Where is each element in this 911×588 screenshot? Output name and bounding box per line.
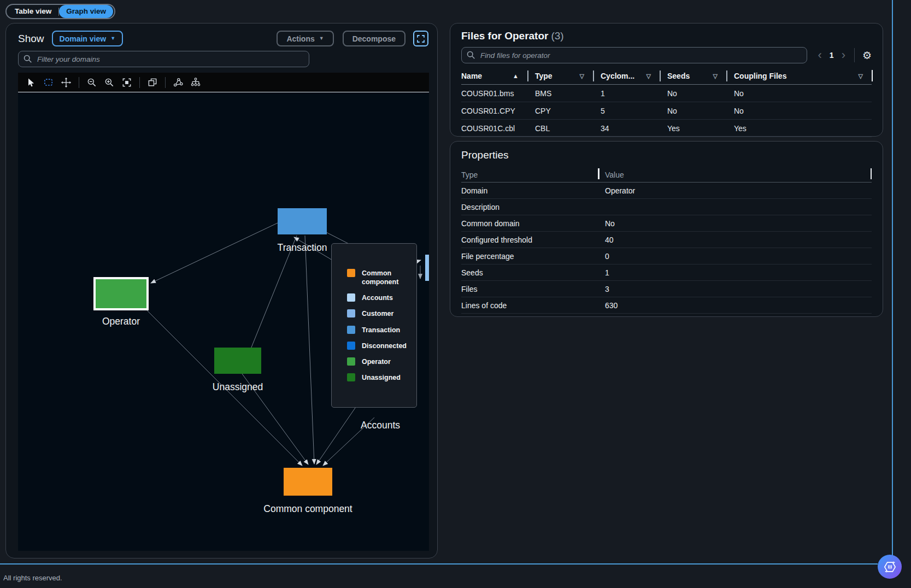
column-label: Cyclom... [601, 72, 634, 80]
file-row[interactable]: COUSR01.CPY CPY 5 No No [461, 102, 872, 120]
file-row[interactable]: COUSR01C.cbl CBL 34 Yes Yes [461, 120, 872, 137]
legend-swatch [347, 326, 355, 334]
column-resize-handle[interactable] [871, 168, 872, 179]
column-header[interactable]: Name ▲ [461, 68, 527, 84]
sort-filter-icon[interactable]: ▽ [580, 73, 584, 80]
zoom-out-icon [86, 77, 97, 88]
properties-col-value: Value [596, 170, 872, 179]
next-page-button[interactable]: › [841, 49, 847, 61]
properties-panel: Properties Type Value Domain Operator De… [450, 141, 883, 317]
assistant-chat-button[interactable] [878, 555, 902, 579]
files-table-body: COUSR01.bms BMS 1 No No COUSR01.CPY CPY … [461, 85, 872, 137]
node-common-component[interactable] [284, 468, 332, 496]
pan-tool-button[interactable] [58, 75, 74, 90]
marquee-select-icon [43, 77, 54, 88]
legend-label: Operator [362, 357, 391, 366]
files-search-input[interactable] [461, 47, 807, 63]
node-unassigned[interactable] [214, 348, 261, 374]
properties-rows: Domain Operator Description Common domai… [461, 183, 872, 314]
tree-layout-button[interactable] [188, 75, 203, 90]
search-icon [23, 54, 33, 64]
properties-col-type: Type [461, 170, 596, 179]
sort-filter-icon[interactable]: ▲ [513, 73, 519, 79]
domain-filter-input[interactable] [18, 51, 309, 67]
tab-graph-view[interactable]: Graph view [59, 5, 113, 18]
node-label-common-component: Common component [263, 503, 352, 515]
legend-label: Common component [362, 269, 412, 287]
decompose-label: Decompose [352, 34, 396, 43]
zoom-in-icon [104, 77, 115, 88]
network-layout-icon [173, 77, 184, 88]
property-key: Configured threshold [461, 236, 596, 244]
node-customer-partial[interactable] [425, 255, 429, 281]
zoom-to-fit-icon [121, 77, 132, 88]
files-table-header: Name ▲ Type ▽ Cyclom... ▽ Seeds ▽ [461, 68, 872, 85]
property-value: No [596, 219, 872, 228]
node-label-floating-0: Accounts [361, 420, 400, 431]
legend-item: Unassigned [347, 373, 416, 382]
column-header[interactable]: Cyclom... ▽ [593, 68, 660, 84]
tab-table-view[interactable]: Table view [8, 5, 58, 18]
column-header[interactable]: Type ▽ [527, 68, 593, 84]
domain-view-label: Domain view [60, 34, 107, 43]
pagination-divider [854, 48, 855, 62]
zoom-in-button[interactable] [102, 75, 117, 90]
file-row[interactable]: COUSR01.bms BMS 1 No No [461, 85, 872, 102]
pointer-tool-button[interactable] [23, 75, 39, 90]
files-panel: Files for Operator(3) ‹ 1 › ⚙ Name ▲ [450, 23, 883, 137]
sort-filter-icon[interactable]: ▽ [646, 73, 651, 80]
properties-header: Type Value [461, 168, 872, 183]
toolbar-separator [165, 77, 166, 88]
legend-label: Accounts [362, 293, 393, 302]
fit-to-screen-button[interactable] [413, 31, 428, 46]
column-header[interactable]: Coupling Files ▽ [726, 68, 872, 84]
cell-type: CPY [527, 107, 593, 115]
legend-label: Unassigned [362, 373, 401, 382]
property-key: Common domain [461, 219, 596, 228]
property-value: 630 [596, 301, 872, 310]
property-key: Description [461, 203, 596, 211]
settings-gear-button[interactable]: ⚙ [862, 50, 872, 61]
column-resize-handle[interactable] [598, 168, 600, 179]
actions-button[interactable]: Actions ▼ [277, 31, 333, 46]
chevron-down-icon: ▼ [319, 36, 324, 41]
cell-coupling: No [726, 89, 872, 98]
copyright-text: All rights reserved. [3, 574, 62, 582]
cell-coupling: Yes [726, 124, 872, 133]
files-title-text: Files for Operator [461, 30, 548, 42]
sort-filter-icon[interactable]: ▽ [859, 73, 863, 80]
sort-filter-icon[interactable]: ▽ [713, 73, 718, 80]
column-header[interactable]: Seeds ▽ [660, 68, 726, 84]
cell-name: COUSR01C.cbl [461, 124, 527, 133]
pagination: ‹ 1 › [817, 49, 847, 61]
view-toggle: Table view Graph view [5, 4, 115, 19]
graph-legend: Common component Accounts Customer Trans… [331, 243, 417, 408]
pointer-icon [26, 77, 37, 88]
decompose-button[interactable]: Decompose [343, 31, 405, 46]
node-operator[interactable] [96, 279, 146, 308]
cell-seeds: No [660, 107, 726, 115]
pan-icon [61, 77, 72, 88]
files-table: Name ▲ Type ▽ Cyclom... ▽ Seeds ▽ [461, 68, 872, 137]
legend-swatch [347, 309, 355, 317]
node-transaction[interactable] [278, 208, 327, 234]
property-key: Domain [461, 186, 596, 195]
node-label-operator: Operator [102, 316, 140, 327]
graph-canvas[interactable]: TransactionOperatorUnassignedCommon comp… [18, 93, 429, 551]
prev-page-button[interactable]: ‹ [817, 49, 823, 61]
app-root: { "page": { "footer_copyright": "All rig… [0, 0, 911, 588]
page-number: 1 [830, 51, 834, 60]
marquee-select-tool-button[interactable] [41, 75, 56, 90]
column-resize-handle[interactable] [872, 70, 873, 81]
cell-type: CBL [527, 124, 593, 133]
network-layout-button[interactable] [171, 75, 186, 90]
zoom-out-button[interactable] [84, 75, 99, 90]
graph-header-row: Show Domain view ▼ Actions ▼ Decompose [18, 31, 428, 46]
node-label-unassigned: Unassigned [213, 381, 263, 393]
zoom-to-fit-button[interactable] [119, 75, 134, 90]
files-search [461, 47, 807, 63]
copy-view-button[interactable] [145, 75, 160, 90]
legend-item: Transaction [347, 326, 416, 334]
column-label: Coupling Files [734, 72, 786, 80]
domain-view-dropdown[interactable]: Domain view ▼ [52, 31, 124, 46]
